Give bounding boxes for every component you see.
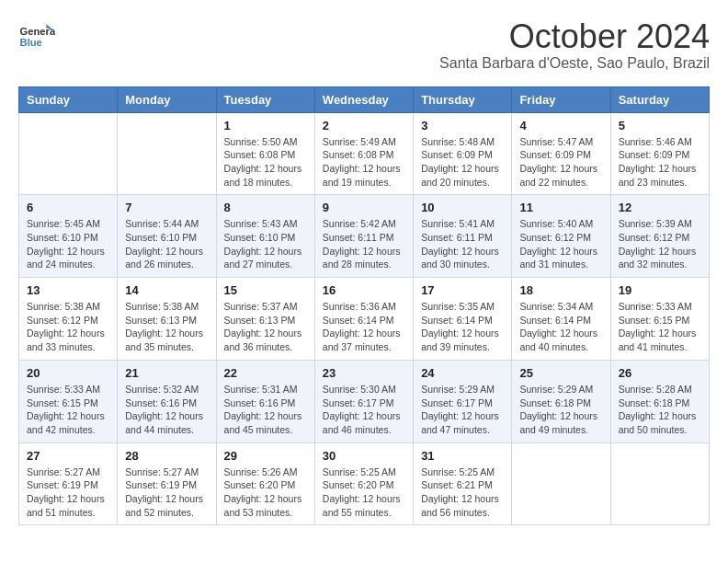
cell-info: Sunrise: 5:29 AMSunset: 6:17 PMDaylight:… xyxy=(421,383,504,437)
cell-info: Sunrise: 5:27 AMSunset: 6:19 PMDaylight:… xyxy=(125,465,208,520)
cell-info: Sunrise: 5:30 AMSunset: 6:17 PMDaylight:… xyxy=(323,383,405,437)
calendar-cell: 6Sunrise: 5:45 AMSunset: 6:10 PMDaylight… xyxy=(19,195,118,278)
calendar-week-row: 1Sunrise: 5:50 AMSunset: 6:08 PMDaylight… xyxy=(19,112,710,195)
day-number: 20 xyxy=(27,366,109,380)
day-number: 19 xyxy=(619,283,701,297)
cell-info: Sunrise: 5:39 AMSunset: 6:12 PMDaylight:… xyxy=(619,217,701,271)
day-number: 22 xyxy=(224,366,307,380)
header-friday: Friday xyxy=(512,86,610,112)
calendar-cell xyxy=(118,112,216,195)
cell-info: Sunrise: 5:29 AMSunset: 6:18 PMDaylight:… xyxy=(519,383,602,437)
cell-info: Sunrise: 5:48 AMSunset: 6:09 PMDaylight:… xyxy=(421,135,504,190)
calendar-cell: 1Sunrise: 5:50 AMSunset: 6:08 PMDaylight… xyxy=(216,112,314,195)
cell-info: Sunrise: 5:47 AMSunset: 6:09 PMDaylight:… xyxy=(519,135,602,190)
day-number: 26 xyxy=(619,366,701,380)
calendar-cell xyxy=(512,442,610,525)
header-wednesday: Wednesday xyxy=(314,86,413,112)
calendar-cell: 4Sunrise: 5:47 AMSunset: 6:09 PMDaylight… xyxy=(512,112,610,195)
calendar-cell: 2Sunrise: 5:49 AMSunset: 6:08 PMDaylight… xyxy=(314,112,413,195)
calendar-cell: 24Sunrise: 5:29 AMSunset: 6:17 PMDayligh… xyxy=(414,360,512,442)
day-number: 11 xyxy=(519,201,602,214)
day-number: 5 xyxy=(619,119,701,132)
cell-info: Sunrise: 5:25 AMSunset: 6:20 PMDaylight:… xyxy=(323,465,405,520)
cell-info: Sunrise: 5:46 AMSunset: 6:09 PMDaylight:… xyxy=(619,135,701,190)
calendar-cell: 30Sunrise: 5:25 AMSunset: 6:20 PMDayligh… xyxy=(314,442,413,525)
cell-info: Sunrise: 5:26 AMSunset: 6:20 PMDaylight:… xyxy=(224,465,307,520)
calendar-cell: 5Sunrise: 5:46 AMSunset: 6:09 PMDaylight… xyxy=(610,112,709,195)
day-number: 29 xyxy=(224,449,307,463)
calendar-header-row: SundayMondayTuesdayWednesdayThursdayFrid… xyxy=(19,86,710,112)
cell-info: Sunrise: 5:33 AMSunset: 6:15 PMDaylight:… xyxy=(619,300,701,354)
calendar-cell: 29Sunrise: 5:26 AMSunset: 6:20 PMDayligh… xyxy=(216,442,314,525)
day-number: 13 xyxy=(27,283,109,297)
cell-info: Sunrise: 5:49 AMSunset: 6:08 PMDaylight:… xyxy=(323,135,405,190)
day-number: 21 xyxy=(125,366,208,380)
day-number: 7 xyxy=(125,201,208,214)
calendar-cell: 8Sunrise: 5:43 AMSunset: 6:10 PMDaylight… xyxy=(216,195,314,278)
day-number: 15 xyxy=(224,283,307,297)
page-header: General Blue October 2024 Santa Barbara … xyxy=(18,18,710,72)
calendar-cell: 7Sunrise: 5:44 AMSunset: 6:10 PMDaylight… xyxy=(118,195,216,278)
calendar-cell: 9Sunrise: 5:42 AMSunset: 6:11 PMDaylight… xyxy=(314,195,413,278)
logo-icon: General Blue xyxy=(18,18,55,55)
calendar-cell: 28Sunrise: 5:27 AMSunset: 6:19 PMDayligh… xyxy=(118,442,216,525)
day-number: 10 xyxy=(421,201,504,214)
day-number: 25 xyxy=(519,366,602,380)
calendar-cell: 3Sunrise: 5:48 AMSunset: 6:09 PMDaylight… xyxy=(414,112,512,195)
day-number: 2 xyxy=(323,119,405,132)
day-number: 30 xyxy=(323,449,405,463)
cell-info: Sunrise: 5:35 AMSunset: 6:14 PMDaylight:… xyxy=(421,300,504,354)
calendar-week-row: 20Sunrise: 5:33 AMSunset: 6:15 PMDayligh… xyxy=(19,360,710,442)
header-monday: Monday xyxy=(118,86,216,112)
day-number: 24 xyxy=(421,366,504,380)
header-sunday: Sunday xyxy=(19,86,118,112)
day-number: 18 xyxy=(519,283,602,297)
cell-info: Sunrise: 5:43 AMSunset: 6:10 PMDaylight:… xyxy=(224,217,307,271)
day-number: 23 xyxy=(323,366,405,380)
cell-info: Sunrise: 5:36 AMSunset: 6:14 PMDaylight:… xyxy=(323,300,405,354)
calendar-cell: 10Sunrise: 5:41 AMSunset: 6:11 PMDayligh… xyxy=(414,195,512,278)
day-number: 9 xyxy=(323,201,405,214)
cell-info: Sunrise: 5:44 AMSunset: 6:10 PMDaylight:… xyxy=(125,217,208,271)
calendar-cell: 27Sunrise: 5:27 AMSunset: 6:19 PMDayligh… xyxy=(19,442,118,525)
day-number: 8 xyxy=(224,201,307,214)
title-block: October 2024 Santa Barbara d'Oeste, Sao … xyxy=(439,18,710,72)
calendar-cell: 25Sunrise: 5:29 AMSunset: 6:18 PMDayligh… xyxy=(512,360,610,442)
day-number: 6 xyxy=(27,201,109,214)
cell-info: Sunrise: 5:28 AMSunset: 6:18 PMDaylight:… xyxy=(619,383,701,437)
calendar-cell: 23Sunrise: 5:30 AMSunset: 6:17 PMDayligh… xyxy=(314,360,413,442)
cell-info: Sunrise: 5:37 AMSunset: 6:13 PMDaylight:… xyxy=(224,300,307,354)
calendar-cell: 22Sunrise: 5:31 AMSunset: 6:16 PMDayligh… xyxy=(216,360,314,442)
calendar-cell: 20Sunrise: 5:33 AMSunset: 6:15 PMDayligh… xyxy=(19,360,118,442)
month-title: October 2024 xyxy=(439,18,710,55)
cell-info: Sunrise: 5:40 AMSunset: 6:12 PMDaylight:… xyxy=(519,217,602,271)
calendar-cell xyxy=(610,442,709,525)
day-number: 28 xyxy=(125,449,208,463)
calendar-week-row: 27Sunrise: 5:27 AMSunset: 6:19 PMDayligh… xyxy=(19,442,710,525)
day-number: 27 xyxy=(27,449,109,463)
day-number: 3 xyxy=(421,119,504,132)
calendar-cell: 26Sunrise: 5:28 AMSunset: 6:18 PMDayligh… xyxy=(610,360,709,442)
calendar-cell: 12Sunrise: 5:39 AMSunset: 6:12 PMDayligh… xyxy=(610,195,709,278)
calendar-cell: 11Sunrise: 5:40 AMSunset: 6:12 PMDayligh… xyxy=(512,195,610,278)
calendar-cell: 15Sunrise: 5:37 AMSunset: 6:13 PMDayligh… xyxy=(216,278,314,361)
calendar-week-row: 6Sunrise: 5:45 AMSunset: 6:10 PMDaylight… xyxy=(19,195,710,278)
day-number: 31 xyxy=(421,449,504,463)
cell-info: Sunrise: 5:31 AMSunset: 6:16 PMDaylight:… xyxy=(224,383,307,437)
day-number: 4 xyxy=(519,119,602,132)
cell-info: Sunrise: 5:27 AMSunset: 6:19 PMDaylight:… xyxy=(27,465,109,520)
calendar-table: SundayMondayTuesdayWednesdayThursdayFrid… xyxy=(18,86,710,526)
calendar-cell: 16Sunrise: 5:36 AMSunset: 6:14 PMDayligh… xyxy=(314,278,413,361)
day-number: 17 xyxy=(421,283,504,297)
day-number: 16 xyxy=(323,283,405,297)
cell-info: Sunrise: 5:32 AMSunset: 6:16 PMDaylight:… xyxy=(125,383,208,437)
day-number: 12 xyxy=(619,201,701,214)
calendar-cell: 31Sunrise: 5:25 AMSunset: 6:21 PMDayligh… xyxy=(414,442,512,525)
calendar-cell: 13Sunrise: 5:38 AMSunset: 6:12 PMDayligh… xyxy=(19,278,118,361)
calendar-cell: 21Sunrise: 5:32 AMSunset: 6:16 PMDayligh… xyxy=(118,360,216,442)
cell-info: Sunrise: 5:33 AMSunset: 6:15 PMDaylight:… xyxy=(27,383,109,437)
header-thursday: Thursday xyxy=(414,86,512,112)
calendar-cell: 17Sunrise: 5:35 AMSunset: 6:14 PMDayligh… xyxy=(414,278,512,361)
cell-info: Sunrise: 5:41 AMSunset: 6:11 PMDaylight:… xyxy=(421,217,504,271)
logo: General Blue xyxy=(18,18,55,55)
